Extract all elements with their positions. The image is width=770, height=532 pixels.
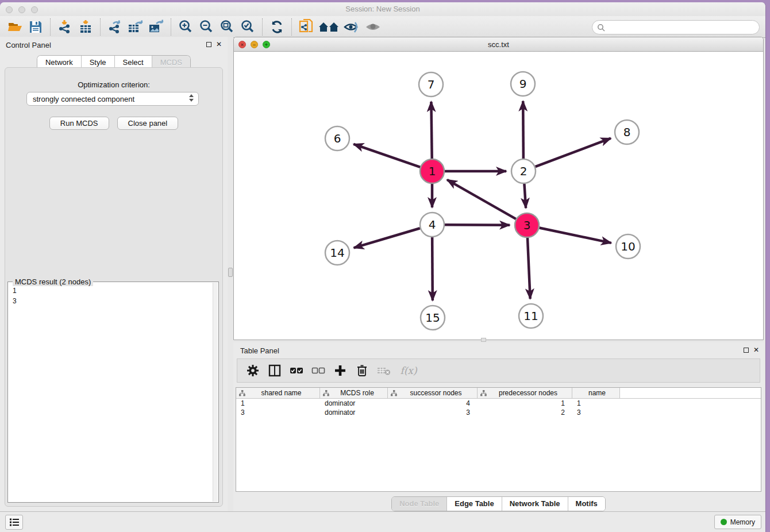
search-field[interactable] [592, 20, 760, 34]
tab-motifs[interactable]: Motifs [568, 497, 605, 511]
import-table-icon [78, 20, 93, 34]
graph-edge-2-3[interactable] [524, 184, 526, 208]
graph-edge-3-11[interactable] [528, 238, 530, 299]
export-image-button[interactable] [146, 18, 167, 36]
graph-node-label: 4 [429, 218, 436, 232]
list-icon [9, 518, 20, 527]
deselect-all-button[interactable] [309, 361, 328, 380]
toolbar-separator [50, 18, 51, 36]
show-panels-button[interactable] [5, 515, 23, 530]
delete-table-icon [377, 366, 391, 375]
float-panel-icon[interactable] [206, 42, 211, 47]
export-network-button[interactable] [105, 18, 125, 36]
checked-boxes-icon [290, 367, 303, 375]
home-layout-button[interactable] [317, 18, 342, 36]
graph-edge-2-9[interactable] [523, 101, 523, 159]
gear-icon [247, 364, 259, 377]
column-header-successor-nodes[interactable]: successor nodes [388, 388, 478, 398]
delete-column-button[interactable] [352, 361, 372, 380]
select-all-button[interactable] [287, 361, 306, 380]
import-table-button[interactable] [75, 18, 96, 36]
search-input[interactable] [607, 22, 759, 33]
network-view-window: × − + scc.txt 1234678910111415 [233, 37, 764, 340]
toolbar-separator [100, 18, 101, 36]
graph-node-label: 11 [523, 309, 538, 323]
table-toolbar: f(x) [237, 358, 760, 383]
table-panel: Table Panel ✕ [233, 342, 764, 511]
home-icon [318, 20, 340, 34]
table-settings-button[interactable] [243, 361, 263, 380]
control-panel: Control Panel ✕ Network Style Select MCD… [0, 37, 228, 511]
export-table-icon [128, 20, 144, 34]
close-panel-icon[interactable]: ✕ [753, 346, 759, 354]
close-panel-icon[interactable]: ✕ [216, 40, 222, 48]
zoom-out-icon [199, 20, 214, 34]
zoom-fit-button[interactable] [217, 18, 237, 36]
tree-icon [480, 390, 487, 396]
split-panel-icon [268, 364, 281, 377]
window-resize-grip[interactable] [481, 338, 486, 342]
table-row[interactable]: 1 dominator 4 1 1 [236, 399, 761, 408]
open-session-button[interactable] [5, 18, 25, 36]
toolbar-separator [291, 18, 292, 36]
function-builder-button[interactable]: f(x) [396, 361, 421, 380]
graph-edge-4-3[interactable] [445, 225, 510, 225]
save-floppy-icon [29, 20, 43, 34]
column-header-shared-name[interactable]: shared name [236, 388, 320, 398]
graph-edge-3-1[interactable] [447, 180, 516, 219]
memory-button[interactable]: Memory [714, 515, 761, 529]
graph-edge-2-8[interactable] [536, 138, 611, 167]
panel-splitter[interactable] [228, 37, 233, 511]
mcds-result-list[interactable]: 1 3 [13, 286, 211, 501]
graph-node-label: 2 [520, 164, 528, 178]
graph-node-label: 1 [429, 164, 436, 178]
import-network-button[interactable] [55, 18, 75, 36]
application-window: Session: New Session [0, 2, 766, 532]
zoom-selected-button[interactable] [237, 18, 258, 36]
graph-edge-1-6[interactable] [353, 144, 420, 167]
graph-node-label: 6 [334, 132, 341, 145]
hide-unselected-button[interactable] [342, 18, 363, 36]
status-bar: Memory [0, 511, 765, 532]
node-table: shared name MCDS role successor nodes pr… [236, 387, 761, 492]
column-header-predecessor-nodes[interactable]: predecessor nodes [478, 388, 572, 398]
column-header-name[interactable]: name [572, 388, 620, 398]
clone-network-button[interactable] [296, 18, 317, 36]
zoom-in-button[interactable] [175, 18, 196, 36]
close-panel-button[interactable]: Close panel [117, 117, 179, 130]
splitter-grip[interactable] [228, 268, 233, 277]
tab-network-table[interactable]: Network Table [502, 497, 568, 511]
graph-node-label: 7 [428, 78, 435, 91]
tab-node-table[interactable]: Node Table [392, 497, 446, 511]
graph-edge-3-10[interactable] [540, 228, 611, 243]
graph-edge-4-14[interactable] [354, 228, 420, 248]
run-mcds-button[interactable]: Run MCDS [49, 117, 109, 130]
add-column-button[interactable] [330, 361, 350, 380]
zoom-in-icon [178, 20, 193, 34]
table-tabs: Node Table Edge Table Network Table Moti… [391, 496, 606, 511]
titlebar: Session: New Session [0, 2, 765, 16]
save-session-button[interactable] [25, 18, 46, 36]
unchecked-boxes-icon [311, 367, 325, 375]
tab-edge-table[interactable]: Edge Table [446, 497, 501, 511]
show-all-button[interactable] [363, 18, 383, 36]
column-header-mcds-role[interactable]: MCDS role [320, 388, 388, 398]
toggle-panel-button[interactable] [265, 361, 284, 380]
refresh-style-button[interactable] [267, 18, 287, 36]
tree-icon [323, 390, 329, 396]
export-table-button[interactable] [125, 18, 146, 36]
network-canvas[interactable]: 1234678910111415 [234, 52, 763, 340]
mcds-result-scrollbar[interactable] [213, 283, 218, 502]
graph-edge-4-15[interactable] [432, 237, 433, 300]
criterion-select[interactable]: strongly connected component [26, 92, 199, 106]
network-window-titlebar: × − + scc.txt [234, 37, 763, 52]
search-icon [597, 24, 605, 32]
table-row[interactable]: 3 dominator 3 2 3 [236, 408, 761, 417]
float-panel-icon[interactable] [744, 348, 749, 353]
zoom-out-button[interactable] [196, 18, 217, 36]
table-panel-header: Table Panel ✕ [233, 342, 764, 358]
delete-table-button[interactable] [374, 361, 394, 380]
graph-edge-1-7[interactable] [431, 102, 432, 159]
network-window-title: scc.txt [234, 40, 763, 49]
criterion-selected-value: strongly connected component [33, 95, 134, 103]
